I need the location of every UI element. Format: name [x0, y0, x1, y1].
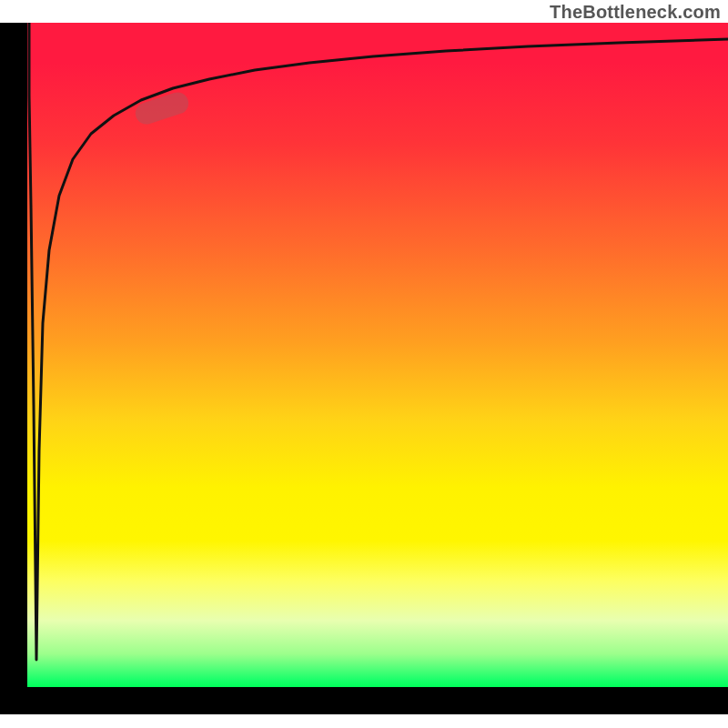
curve-path — [29, 23, 728, 660]
curve-layer — [27, 23, 728, 687]
watermark-text: TheBottleneck.com — [550, 2, 721, 23]
plot-frame — [0, 23, 728, 714]
plot-gradient-background — [27, 23, 728, 687]
highlight-pill — [133, 89, 191, 126]
